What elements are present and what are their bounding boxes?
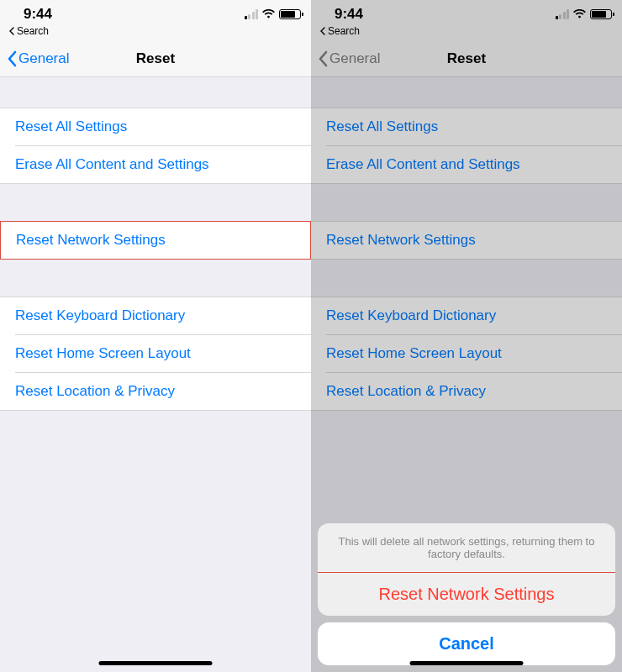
nav-back-label: General [329, 50, 380, 67]
row-erase-all[interactable]: Erase All Content and Settings [0, 146, 311, 183]
group-1: Reset All Settings Erase All Content and… [311, 108, 622, 184]
row-erase-all[interactable]: Erase All Content and Settings [311, 146, 622, 183]
row-reset-network[interactable]: Reset Network Settings [1, 222, 310, 259]
breadcrumb-label: Search [17, 25, 49, 37]
action-sheet: This will delete all network settings, r… [311, 523, 622, 672]
group-1: Reset All Settings Erase All Content and… [0, 108, 311, 184]
home-indicator [99, 661, 213, 665]
nav-bar: General Reset [0, 40, 311, 77]
phone-left: 9:44 Search General Reset Reset All Sett… [0, 0, 311, 672]
row-reset-all[interactable]: Reset All Settings [0, 108, 311, 145]
status-bar: 9:44 [0, 0, 311, 25]
cellular-icon [556, 9, 570, 19]
status-bar: 9:44 [311, 0, 622, 25]
breadcrumb-back[interactable]: Search [311, 25, 622, 40]
cellular-icon [245, 9, 259, 19]
group-2-highlighted: Reset Network Settings [0, 221, 311, 260]
battery-icon [590, 9, 612, 19]
home-indicator [410, 661, 524, 665]
nav-back-label: General [18, 50, 69, 67]
row-reset-keyboard[interactable]: Reset Keyboard Dictionary [0, 297, 311, 334]
nav-back-button[interactable]: General [7, 50, 69, 67]
sheet-message: This will delete all network settings, r… [318, 523, 615, 573]
sheet-action-reset-network[interactable]: Reset Network Settings [318, 573, 615, 616]
row-reset-home[interactable]: Reset Home Screen Layout [0, 335, 311, 372]
status-time: 9:44 [335, 6, 363, 23]
wifi-icon [572, 9, 587, 19]
group-3: Reset Keyboard Dictionary Reset Home Scr… [0, 297, 311, 411]
phone-right: 9:44 Search General Reset Reset All Sett… [311, 0, 622, 672]
nav-back-button[interactable]: General [318, 50, 380, 67]
breadcrumb-label: Search [328, 25, 360, 37]
row-reset-network[interactable]: Reset Network Settings [311, 222, 622, 259]
row-reset-home[interactable]: Reset Home Screen Layout [311, 335, 622, 372]
sheet-cancel-button[interactable]: Cancel [318, 622, 615, 665]
group-2: Reset Network Settings [311, 221, 622, 260]
row-reset-location[interactable]: Reset Location & Privacy [311, 373, 622, 410]
row-reset-keyboard[interactable]: Reset Keyboard Dictionary [311, 297, 622, 334]
nav-bar: General Reset [311, 40, 622, 77]
row-reset-all[interactable]: Reset All Settings [311, 108, 622, 145]
wifi-icon [261, 9, 276, 19]
group-3: Reset Keyboard Dictionary Reset Home Scr… [311, 297, 622, 411]
row-reset-location[interactable]: Reset Location & Privacy [0, 373, 311, 410]
status-time: 9:44 [24, 6, 52, 23]
breadcrumb-back[interactable]: Search [0, 25, 311, 40]
battery-icon [279, 9, 301, 19]
